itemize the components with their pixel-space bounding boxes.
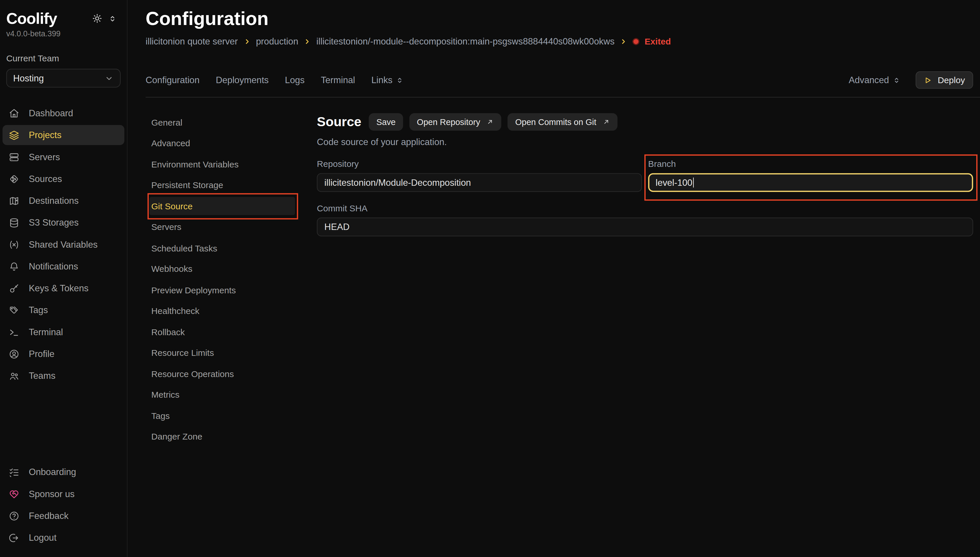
commit-sha-input[interactable] (317, 217, 973, 236)
tab-configuration[interactable]: Configuration (146, 75, 199, 85)
external-link-icon (603, 118, 610, 125)
sidebar-item-keys-tokens[interactable]: Keys & Tokens (3, 278, 124, 298)
subnav-item-webhooks[interactable]: Webhooks (146, 260, 298, 278)
sidebar-item-label: Teams (29, 371, 55, 381)
subnav-item-tags[interactable]: Tags (146, 406, 298, 424)
terminal-icon (9, 327, 20, 337)
sidebar-item-s3-storages[interactable]: S3 Storages (3, 212, 124, 233)
repository-input[interactable] (317, 173, 642, 192)
team-select[interactable]: Hosting (7, 69, 121, 88)
subnav-item-git-source[interactable]: Git Source (150, 197, 295, 215)
sidebar-item-terminal[interactable]: Terminal (3, 322, 124, 342)
subnav-item-general[interactable]: General (146, 113, 298, 131)
branch-value: level-100 (656, 178, 692, 187)
breadcrumb-application[interactable]: illicitestonion/-module--decomposition:m… (317, 36, 615, 46)
git-source-form: Source Save Open Repository Open Commits… (317, 113, 973, 557)
subnav-item-rollback[interactable]: Rollback (146, 323, 298, 341)
sidebar-item-feedback[interactable]: Feedback (3, 506, 124, 526)
tabs-row: Configuration Deployments Logs Terminal … (146, 71, 973, 89)
subnav-item-persistent-storage[interactable]: Persistent Storage (146, 176, 298, 194)
deploy-label: Deploy (938, 75, 965, 85)
subnav-item-scheduled-tasks[interactable]: Scheduled Tasks (146, 239, 298, 257)
sidebar-item-label: Projects (29, 130, 62, 140)
layers-icon (9, 130, 20, 140)
sidebar-item-label: Logout (29, 533, 56, 542)
advanced-dropdown[interactable]: Advanced (848, 75, 901, 85)
chevron-right-icon (620, 38, 627, 45)
git-source-icon (9, 174, 20, 184)
sidebar-item-label: Keys & Tokens (29, 283, 89, 293)
breadcrumb: illicitonion quote server production ill… (146, 35, 973, 47)
theme-switcher-chevrons-icon[interactable] (108, 14, 117, 23)
sidebar-item-projects[interactable]: Projects (3, 125, 124, 145)
sidebar-item-destinations[interactable]: Destinations (3, 191, 124, 211)
deploy-button[interactable]: Deploy (916, 71, 973, 89)
sidebar-item-notifications[interactable]: Notifications (3, 256, 124, 277)
coolify-app: Coolify v4.0.0-beta.399 Current Team Hos… (0, 0, 980, 557)
external-link-icon (486, 118, 494, 125)
subnav-item-advanced[interactable]: Advanced (146, 134, 298, 152)
open-commits-label: Open Commits on Git (515, 117, 596, 127)
section-description: Code source of your application. (317, 137, 973, 147)
status-label: Exited (645, 36, 671, 46)
key-icon (9, 283, 20, 294)
subnav-item-healthcheck[interactable]: Healthcheck (146, 302, 298, 320)
sidebar-item-label: Onboarding (29, 467, 76, 477)
logout-icon (9, 532, 20, 543)
tab-links[interactable]: Links (371, 75, 404, 85)
open-repository-button[interactable]: Open Repository (410, 113, 502, 130)
breadcrumb-environment[interactable]: production (256, 36, 299, 46)
theme-sun-icon[interactable] (92, 13, 102, 24)
bell-icon (9, 261, 20, 272)
sidebar-item-onboarding[interactable]: Onboarding (3, 462, 124, 482)
subnav-item-environment-variables[interactable]: Environment Variables (146, 155, 298, 173)
list-checks-icon (9, 467, 20, 477)
sidebar-item-label: Sources (29, 174, 62, 184)
sidebar-item-logout[interactable]: Logout (3, 528, 124, 548)
sidebar-item-tags[interactable]: Tags (3, 300, 124, 320)
sidebar-item-profile[interactable]: Profile (3, 344, 124, 364)
subnav-item-metrics[interactable]: Metrics (146, 386, 298, 404)
map-icon (9, 195, 20, 206)
user-circle-icon (9, 349, 20, 359)
sidebar-item-shared-variables[interactable]: Shared Variables (3, 234, 124, 254)
sidebar: Coolify v4.0.0-beta.399 Current Team Hos… (0, 0, 128, 557)
open-repository-label: Open Repository (417, 117, 480, 127)
commit-sha-label: Commit SHA (317, 203, 973, 213)
chevrons-up-down-icon (893, 76, 901, 84)
advanced-label: Advanced (848, 75, 889, 85)
users-icon (9, 370, 20, 381)
sidebar-item-sources[interactable]: Sources (3, 169, 124, 189)
page-title: Configuration (146, 8, 973, 29)
current-team-label: Current Team (7, 53, 121, 63)
tags-icon (9, 305, 20, 316)
subnav-item-preview-deployments[interactable]: Preview Deployments (146, 281, 298, 299)
breadcrumb-project[interactable]: illicitonion quote server (146, 36, 238, 46)
chevron-right-icon (244, 38, 250, 45)
sidebar-item-dashboard[interactable]: Dashboard (3, 103, 124, 123)
sidebar-item-servers[interactable]: Servers (3, 147, 124, 167)
subnav-item-servers[interactable]: Servers (146, 218, 298, 236)
sidebar-item-teams[interactable]: Teams (3, 366, 124, 386)
app-logo: Coolify (7, 9, 57, 27)
sidebar-item-label: Destinations (29, 195, 79, 205)
commit-sha-field-group: Commit SHA (317, 203, 973, 236)
tab-terminal[interactable]: Terminal (321, 75, 355, 85)
sidebar-item-label: Notifications (29, 261, 78, 271)
branch-input[interactable]: level-100 (648, 173, 973, 192)
branch-label: Branch (648, 159, 973, 169)
section-title: Source (317, 114, 361, 130)
sidebar-item-label: Tags (29, 305, 48, 315)
subnav-item-danger-zone[interactable]: Danger Zone (146, 427, 298, 445)
tab-deployments[interactable]: Deployments (216, 75, 268, 85)
status-badge: Exited (633, 36, 671, 46)
subnav-item-resource-operations[interactable]: Resource Operations (146, 365, 298, 383)
subnav-item-resource-limits[interactable]: Resource Limits (146, 344, 298, 362)
open-commits-button[interactable]: Open Commits on Git (508, 113, 618, 130)
tab-logs[interactable]: Logs (285, 75, 305, 85)
save-button[interactable]: Save (369, 113, 403, 130)
sidebar-item-label: Profile (29, 349, 54, 359)
chevrons-up-down-icon (395, 76, 404, 84)
sidebar-item-sponsor-us[interactable]: Sponsor us (3, 484, 124, 504)
main-content: Configuration illicitonion quote server … (128, 0, 980, 557)
